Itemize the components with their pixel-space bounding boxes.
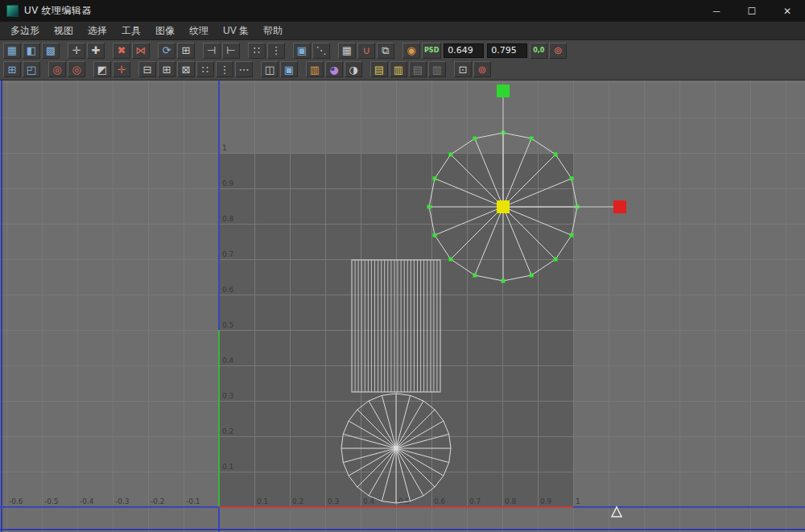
merge-edges-button[interactable]: ⊞ <box>158 61 175 77</box>
psd-button[interactable]: PSD <box>422 43 441 59</box>
match-points-button[interactable]: ⋮ <box>267 43 285 59</box>
svg-text:0.4: 0.4 <box>222 357 234 365</box>
menu-item-2[interactable]: 视图 <box>47 22 80 40</box>
window-title: UV 纹理编辑器 <box>24 4 92 18</box>
sew-edges-button[interactable]: ⊟ <box>138 61 156 77</box>
unitize-button[interactable]: ∷ <box>196 61 214 77</box>
svg-text:0.3: 0.3 <box>328 497 339 505</box>
stack-shells-button[interactable]: ◫ <box>261 61 279 77</box>
layout-shells-button[interactable]: ⊞ <box>177 43 195 59</box>
uv-canvas[interactable]: -0.6-0.5-0.4-0.3-0.2-0.10.10.20.30.40.50… <box>0 80 805 532</box>
svg-text:1: 1 <box>576 497 580 505</box>
menu-item-1[interactable]: 多边形 <box>3 22 47 40</box>
menu-item-6[interactable]: 纹理 <box>182 22 216 40</box>
svg-text:0.4: 0.4 <box>363 497 375 505</box>
svg-text:-0.1: -0.1 <box>186 497 200 505</box>
svg-text:0.6: 0.6 <box>222 286 234 294</box>
rotate-shell-button[interactable]: ⟳ <box>158 43 175 59</box>
manipulator-pivot-handle[interactable] <box>497 200 510 213</box>
toolbar-separator <box>87 61 92 77</box>
toolbar: ▦◧▩✛✚✖⋈⟳⊞⊣⊢∷⋮▣⋱▦∪⧉◉PSD0,0⊚ ⊞◰◎◎◩✛⊟⊞⊠∷⋮⋯◫… <box>0 40 805 80</box>
minimize-button[interactable]: ─ <box>699 0 734 22</box>
app-icon <box>6 5 19 17</box>
uv-transform-tool-button[interactable]: ◧ <box>23 43 40 59</box>
paste-v-button[interactable]: ▥ <box>428 61 446 77</box>
toolbar-row-1: ▦◧▩✛✚✖⋈⟳⊞⊣⊢∷⋮▣⋱▦∪⧉◉PSD0,0⊚ <box>3 42 803 60</box>
toolbar-separator <box>364 61 369 77</box>
clear-selection-button[interactable]: ⊚ <box>473 61 491 77</box>
menu-item-7[interactable]: UV 集 <box>216 22 256 40</box>
split-edges-button[interactable]: ⊠ <box>177 61 195 77</box>
contrast-display-button[interactable]: ◑ <box>345 61 362 77</box>
texture-ball-button[interactable]: ◉ <box>402 43 420 59</box>
toolbar-separator <box>287 43 291 59</box>
uv-smudge-tool-button[interactable]: ▩ <box>42 43 60 59</box>
manipulator-u-handle[interactable] <box>613 200 626 213</box>
pin-uv-tool-button[interactable]: ✚ <box>87 43 105 59</box>
cycle-uvs-button[interactable]: ⊡ <box>454 61 472 77</box>
shell-select-button[interactable]: ◰ <box>23 61 40 77</box>
rotate-ccw-button[interactable]: ◎ <box>48 61 66 77</box>
svg-text:0.1: 0.1 <box>257 497 268 505</box>
paste-uvs-button[interactable]: ▥ <box>390 61 407 77</box>
uv-origin-button[interactable]: 0,0 <box>530 43 547 59</box>
color-sphere-button[interactable]: ◕ <box>325 61 343 77</box>
grab-uv-tool-button[interactable]: ✛ <box>68 43 85 59</box>
toolbar-separator <box>448 61 452 77</box>
svg-text:0.6: 0.6 <box>434 497 446 505</box>
paste-u-button[interactable]: ▤ <box>409 61 427 77</box>
svg-text:0.8: 0.8 <box>505 497 517 505</box>
toolbar-separator <box>106 43 111 59</box>
align-left-button[interactable]: ⊣ <box>203 43 221 59</box>
titlebar: UV 纹理编辑器 ─ ☐ ✕ <box>0 0 805 22</box>
grid-toggle-button[interactable]: ▦ <box>338 43 356 59</box>
manipulator-v-handle[interactable] <box>497 85 510 97</box>
magnet-snap-button[interactable]: ∪ <box>357 43 375 59</box>
lattice-small-button[interactable]: ⊞ <box>3 61 21 77</box>
svg-text:-0.6: -0.6 <box>9 497 23 505</box>
svg-text:0.9: 0.9 <box>222 179 234 188</box>
toolbar-separator <box>254 61 259 77</box>
ramp-display-button[interactable]: ▥ <box>306 61 324 77</box>
menu-item-3[interactable]: 选择 <box>80 22 114 40</box>
toolbar-separator <box>299 61 304 77</box>
svg-text:0.5: 0.5 <box>222 321 233 329</box>
uv-canvas-area[interactable]: -0.6-0.5-0.4-0.3-0.2-0.10.10.20.30.40.50… <box>0 80 805 532</box>
copy-uvs-button[interactable]: ▤ <box>370 61 388 77</box>
menu-item-8[interactable]: 帮助 <box>256 22 290 40</box>
svg-text:0.2: 0.2 <box>292 497 303 505</box>
menu-item-5[interactable]: 图像 <box>148 22 182 40</box>
normalize-button[interactable]: ⋯ <box>235 61 253 77</box>
toolbar-row-2: ⊞◰◎◎◩✛⊟⊞⊠∷⋮⋯◫▣▥◕◑▤▥▤▥⊡⊚ <box>3 61 803 79</box>
map-border-button[interactable]: ⋮ <box>216 61 233 77</box>
shade-uvs-button[interactable]: ⧉ <box>377 43 394 59</box>
cut-tool-button[interactable]: ✛ <box>113 61 130 77</box>
svg-text:-0.2: -0.2 <box>151 497 165 505</box>
align-right-button[interactable]: ⊢ <box>222 43 240 59</box>
cylinder-bottom-cap-shell[interactable] <box>341 394 451 503</box>
pixel-snap-button[interactable]: ⋱ <box>312 43 330 59</box>
uv-texture-editor-window: UV 纹理编辑器 ─ ☐ ✕ 多边形视图选择工具图像纹理UV 集帮助 ▦◧▩✛✚… <box>0 0 805 532</box>
flip-u-button[interactable]: ✖ <box>113 43 130 59</box>
svg-text:0.1: 0.1 <box>222 463 233 471</box>
v-coordinate-field[interactable] <box>487 43 527 58</box>
toolbar-separator <box>42 61 47 77</box>
svg-text:0.7: 0.7 <box>469 497 481 505</box>
image-display-button[interactable]: ▣ <box>293 43 311 59</box>
rotate-cw-button[interactable]: ◎ <box>68 61 85 77</box>
uv-lattice-tool-button[interactable]: ▦ <box>3 43 21 59</box>
snap-points-button[interactable]: ∷ <box>248 43 266 59</box>
menu-item-4[interactable]: 工具 <box>114 22 148 40</box>
toolbar-separator <box>332 43 336 59</box>
close-button[interactable]: ✕ <box>770 0 805 22</box>
svg-text:1: 1 <box>222 144 227 152</box>
toolbar-separator <box>61 43 66 59</box>
u-coordinate-field[interactable] <box>444 43 484 58</box>
window-controls: ─ ☐ ✕ <box>699 0 805 22</box>
refresh-values-button[interactable]: ⊚ <box>549 43 567 59</box>
toolbar-separator <box>132 61 137 77</box>
uv-snapshot-button[interactable]: ▣ <box>280 61 298 77</box>
maximize-button[interactable]: ☐ <box>734 0 770 22</box>
flip-v-button[interactable]: ⋈ <box>132 43 150 59</box>
relax-uvs-button[interactable]: ◩ <box>93 61 111 77</box>
